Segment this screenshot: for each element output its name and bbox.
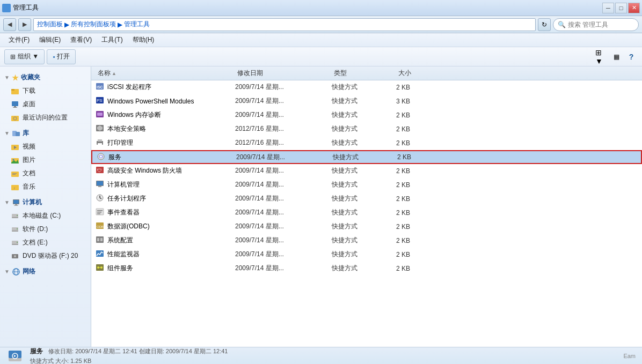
file-row[interactable]: 本地安全策略 2012/7/16 星期... 快捷方式 2 KB	[91, 122, 642, 136]
drive-e-icon	[11, 239, 19, 247]
file-row[interactable]: Windows 内存诊断 2009/7/14 星期... 快捷方式 2 KB	[91, 108, 642, 122]
svg-point-25	[17, 215, 18, 216]
file-row[interactable]: 系统配置 2009/7/14 星期... 快捷方式 2 KB	[91, 234, 642, 248]
file-name-label: Windows PowerShell Modules	[107, 98, 194, 105]
sidebar-item-drive-f[interactable]: DVD 驱动器 (F:) 20	[0, 249, 91, 263]
file-icon	[96, 194, 104, 204]
col-header-type[interactable]: 类型	[332, 69, 396, 78]
col-header-date[interactable]: 修改日期	[235, 69, 332, 78]
menu-edit[interactable]: 编辑(E)	[35, 34, 65, 46]
svg-point-49	[100, 155, 102, 158]
file-size: 2 KB	[396, 139, 439, 147]
file-date: 2009/7/14 星期...	[235, 208, 332, 217]
file-row[interactable]: 服务 2009/7/14 星期... 快捷方式 2 KB	[91, 150, 642, 164]
col-header-name[interactable]: 名称 ▲	[96, 69, 235, 78]
file-row[interactable]: ODBC 数据源(ODBC) 2009/7/14 星期... 快捷方式 2 KB	[91, 220, 642, 234]
sidebar-section-computer: ▼ 计算机 本地磁盘 (C:) 软件 (D:) 文档 (E:) DVD 驱动器 …	[0, 196, 91, 263]
svg-rect-16	[12, 174, 16, 175]
file-name: 服务	[97, 152, 236, 162]
drive-e-label: 文档 (E:)	[23, 238, 48, 247]
sidebar-header-network[interactable]: ▼ 网络	[0, 265, 91, 278]
sidebar-item-drive-d[interactable]: 软件 (D:)	[0, 222, 91, 236]
music-icon: ♪	[11, 183, 19, 191]
forward-button[interactable]: ▶	[18, 18, 31, 31]
maximize-button[interactable]: □	[615, 3, 627, 13]
status-file-icon	[6, 348, 24, 363]
sidebar: ▼ ★ 收藏夹 下载 桌面 最近访问的位置 ▼ 库	[0, 66, 91, 347]
recent-icon	[11, 114, 19, 122]
path-part-2[interactable]: 所有控制面板项	[71, 20, 116, 29]
file-row[interactable]: 打印管理 2012/7/16 星期... 快捷方式 2 KB	[91, 136, 642, 150]
file-icon	[96, 207, 104, 218]
file-name-label: 本地安全策略	[107, 124, 146, 133]
file-name: 任务计划程序	[96, 194, 235, 204]
svg-text:♪: ♪	[13, 186, 16, 190]
file-type: 快捷方式	[332, 166, 396, 175]
menu-tools[interactable]: 工具(T)	[97, 34, 127, 46]
refresh-icon: ↻	[542, 21, 547, 28]
sidebar-section-favorites: ▼ ★ 收藏夹 下载 桌面 最近访问的位置	[0, 71, 91, 124]
file-icon: 🛡	[96, 166, 104, 176]
sidebar-header-computer[interactable]: ▼ 计算机	[0, 196, 91, 209]
menu-help[interactable]: 帮助(H)	[128, 34, 159, 46]
sidebar-item-video[interactable]: 视频	[0, 140, 91, 153]
menu-file[interactable]: 文件(F)	[4, 34, 34, 46]
file-row[interactable]: iSC iSCSI 发起程序 2009/7/14 星期... 快捷方式 2 KB	[91, 80, 642, 94]
file-name: Windows 内存诊断	[96, 110, 235, 120]
titlebar-title: 管理工具	[13, 3, 39, 12]
sort-icon: ▲	[112, 71, 116, 76]
help-button[interactable]: ?	[625, 50, 638, 63]
file-row[interactable]: 🛡 高级安全 Windows 防火墙 2009/7/14 星期... 快捷方式 …	[91, 164, 642, 178]
open-button[interactable]: ▪ 打开	[47, 49, 76, 64]
svg-text:PS: PS	[97, 98, 103, 103]
file-row[interactable]: 事件查看器 2009/7/14 星期... 快捷方式 2 KB	[91, 206, 642, 220]
file-icon	[96, 235, 104, 246]
view-icons-button[interactable]: ⊞ ▼	[595, 50, 608, 63]
sidebar-item-music[interactable]: ♪ 音乐	[0, 180, 91, 194]
svg-rect-1	[11, 89, 14, 91]
file-date: 2012/7/16 星期...	[235, 138, 332, 147]
minimize-button[interactable]: ─	[602, 3, 614, 13]
file-size: 2 KB	[396, 181, 439, 189]
sidebar-item-pictures[interactable]: 图片	[0, 153, 91, 167]
menu-view[interactable]: 查看(V)	[66, 34, 96, 46]
back-button[interactable]: ◀	[3, 18, 16, 31]
sidebar-item-drive-c[interactable]: 本地磁盘 (C:)	[0, 209, 91, 222]
organize-button[interactable]: ⊞ 组织 ▼	[4, 49, 45, 64]
file-row[interactable]: PS Windows PowerShell Modules 2009/7/14 …	[91, 94, 642, 108]
file-date: 2009/7/14 星期...	[235, 166, 332, 175]
svg-rect-4	[13, 107, 17, 108]
computer-label: 计算机	[23, 198, 42, 207]
sidebar-item-download[interactable]: 下载	[0, 84, 91, 98]
file-name-label: 打印管理	[107, 138, 133, 147]
recent-label: 最近访问的位置	[23, 113, 68, 122]
sidebar-header-library[interactable]: ▼ 库	[0, 127, 91, 140]
path-part-1[interactable]: 控制面板	[37, 20, 63, 29]
file-size: 2 KB	[396, 112, 439, 119]
sidebar-header-favorites[interactable]: ▼ ★ 收藏夹	[0, 71, 91, 84]
file-row[interactable]: 计算机管理 2009/7/14 星期... 快捷方式 2 KB	[91, 178, 642, 192]
status-branding: Eam	[623, 353, 636, 359]
close-button[interactable]: ✕	[628, 3, 640, 13]
address-path[interactable]: 控制面板 ▶ 所有控制面板项 ▶ 管理工具	[33, 18, 536, 31]
sidebar-item-desktop[interactable]: 桌面	[0, 98, 91, 111]
sidebar-section-network: ▼ 网络	[0, 265, 91, 278]
search-input[interactable]	[568, 21, 634, 28]
file-icon: ODBC	[96, 221, 104, 232]
search-box[interactable]: 🔍	[553, 18, 639, 31]
computer-collapse-icon: ▼	[4, 199, 10, 205]
file-name-label: 事件查看器	[107, 208, 140, 217]
sidebar-item-drive-e[interactable]: 文档 (E:)	[0, 236, 91, 249]
sidebar-item-docs[interactable]: 文档	[0, 167, 91, 180]
file-row[interactable]: 性能监视器 2009/7/14 星期... 快捷方式 2 KB	[91, 248, 642, 262]
col-header-size[interactable]: 大小	[396, 69, 439, 78]
svg-rect-21	[15, 204, 17, 205]
file-row[interactable]: 组件服务 2009/7/14 星期... 快捷方式 2 KB	[91, 262, 642, 276]
desktop-icon	[11, 100, 19, 109]
file-row[interactable]: 任务计划程序 2009/7/14 星期... 快捷方式 2 KB	[91, 192, 642, 206]
view-details-button[interactable]: ▦	[610, 50, 623, 63]
sidebar-item-recent[interactable]: 最近访问的位置	[0, 111, 91, 124]
docs-label: 文档	[23, 169, 35, 178]
addressbar: ◀ ▶ 控制面板 ▶ 所有控制面板项 ▶ 管理工具 ↻ 🔍	[0, 16, 642, 33]
refresh-button[interactable]: ↻	[538, 18, 551, 31]
